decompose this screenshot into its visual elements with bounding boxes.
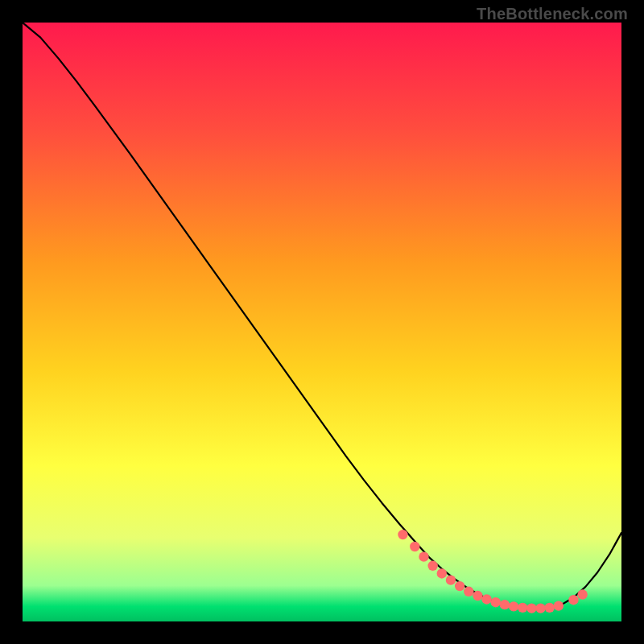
data-marker	[419, 551, 428, 561]
data-marker	[577, 589, 587, 599]
data-marker	[410, 542, 419, 551]
data-marker	[509, 601, 518, 611]
chart-container: TheBottleneck.com	[0, 0, 644, 644]
data-marker	[455, 581, 464, 591]
data-marker	[545, 603, 555, 613]
data-marker	[535, 603, 545, 613]
attribution-label: TheBottleneck.com	[477, 5, 628, 23]
data-marker	[554, 601, 564, 610]
data-marker	[473, 591, 482, 601]
data-marker	[398, 530, 407, 539]
chart-svg	[23, 23, 621, 621]
data-marker	[518, 603, 527, 613]
plot-area	[23, 23, 621, 621]
data-marker	[464, 587, 473, 597]
data-marker	[500, 600, 510, 609]
data-marker	[437, 568, 447, 578]
data-marker	[481, 594, 491, 604]
data-marker	[491, 597, 501, 607]
data-marker	[568, 595, 578, 605]
data-marker	[427, 561, 437, 571]
data-marker	[446, 575, 456, 584]
gradient-background	[23, 23, 621, 621]
data-marker	[526, 603, 536, 613]
